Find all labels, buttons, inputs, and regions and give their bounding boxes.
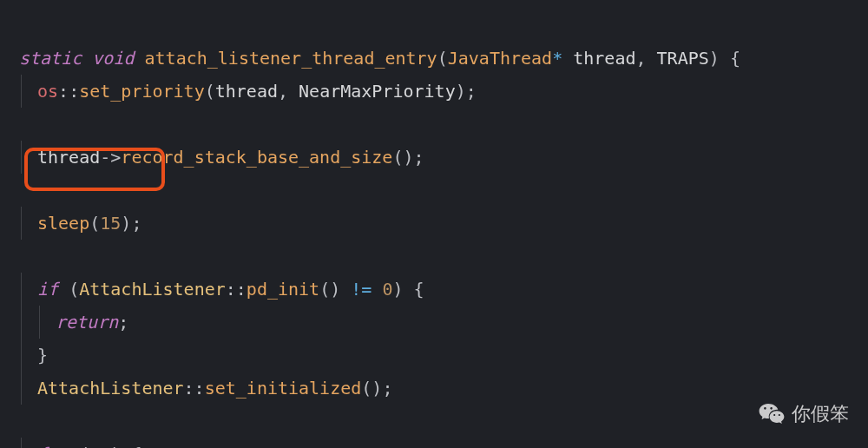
cls-attachlistener: AttachListener: [79, 279, 226, 300]
fn-record: record_stack_base_and_size: [121, 147, 392, 168]
function-name: attach_listener_thread_entry: [145, 48, 437, 69]
keyword-return: return: [56, 312, 118, 333]
keyword-for: for: [37, 444, 69, 448]
type-javathread: JavaThread: [448, 48, 552, 69]
keyword-void: void: [92, 48, 134, 69]
ns-os: os: [37, 81, 58, 102]
fn-set-priority: set_priority: [79, 81, 205, 102]
fn-pd-init: pd_init: [247, 279, 319, 300]
macro-traps: TRAPS: [657, 48, 709, 69]
wechat-icon: [759, 401, 785, 427]
param-thread: thread: [573, 48, 635, 69]
code-block: static void attach_listener_thread_entry…: [0, 0, 868, 448]
op-neq: !=: [351, 279, 372, 300]
for-cond: (;;): [79, 444, 121, 448]
fn-sleep: sleep: [37, 213, 89, 234]
watermark-text: 你假笨: [792, 396, 849, 432]
watermark: 你假笨: [759, 396, 849, 432]
num-0: 0: [382, 279, 392, 300]
keyword-static: static: [19, 48, 82, 69]
num-15: 15: [100, 213, 121, 234]
fn-set-initialized: set_initialized: [205, 378, 362, 399]
keyword-if: if: [37, 279, 58, 300]
